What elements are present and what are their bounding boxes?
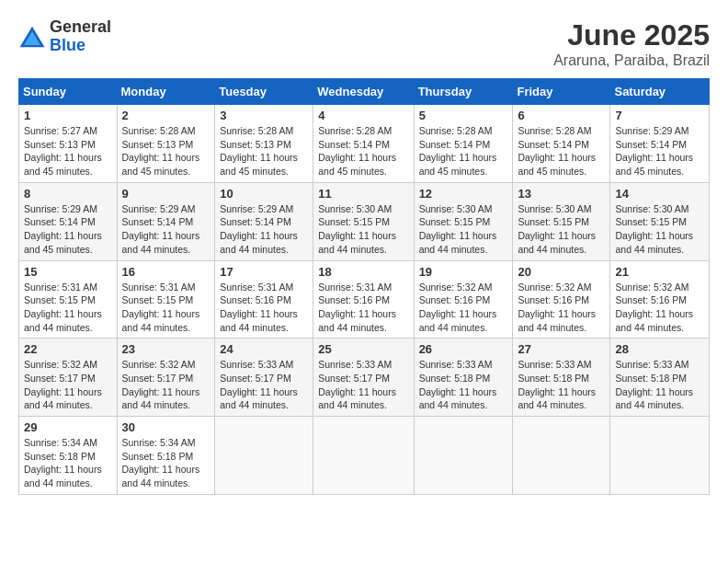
day-number: 21 [615,265,704,279]
day-info: Sunrise: 5:33 AM Sunset: 5:18 PM Dayligh… [615,358,704,412]
sunset-label: Sunset: 5:15 PM [419,216,491,227]
sunset-label: Sunset: 5:16 PM [518,294,589,305]
day-info: Sunrise: 5:31 AM Sunset: 5:15 PM Dayligh… [122,281,210,335]
page-header: General Blue June 2025 Araruna, Paraiba,… [18,18,710,69]
day-number: 17 [220,265,308,279]
sunrise-label: Sunrise: 5:32 AM [419,282,493,293]
day-number: 9 [122,187,210,201]
sunset-label: Sunset: 5:17 PM [122,373,194,384]
day-number: 27 [518,342,605,356]
week-row-5: 29 Sunrise: 5:34 AM Sunset: 5:18 PM Dayl… [19,417,710,495]
calendar-cell [215,417,313,495]
sunset-label: Sunset: 5:16 PM [220,294,291,305]
sunrise-label: Sunrise: 5:28 AM [318,125,392,136]
title-block: June 2025 Araruna, Paraiba, Brazil [553,18,710,69]
calendar-cell: 24 Sunrise: 5:33 AM Sunset: 5:17 PM Dayl… [215,339,313,417]
week-row-2: 8 Sunrise: 5:29 AM Sunset: 5:14 PM Dayli… [19,182,710,260]
sunset-label: Sunset: 5:17 PM [220,373,291,384]
sunrise-label: Sunrise: 5:34 AM [122,437,196,448]
daylight-label: Daylight: 11 hours and 44 minutes. [220,230,298,255]
day-number: 13 [518,187,605,201]
sunrise-label: Sunrise: 5:31 AM [122,282,196,293]
day-info: Sunrise: 5:27 AM Sunset: 5:13 PM Dayligh… [24,124,112,178]
day-number: 3 [220,109,308,122]
daylight-label: Daylight: 11 hours and 45 minutes. [122,152,200,177]
sunset-label: Sunset: 5:15 PM [24,294,96,305]
logo-text: General Blue [50,18,111,55]
header-saturday: Saturday [610,79,710,105]
calendar-cell: 2 Sunrise: 5:28 AM Sunset: 5:13 PM Dayli… [117,105,215,183]
sunrise-label: Sunrise: 5:30 AM [518,203,591,214]
daylight-label: Daylight: 11 hours and 45 minutes. [419,152,497,177]
sunrise-label: Sunrise: 5:34 AM [24,437,97,448]
sunset-label: Sunset: 5:18 PM [419,373,491,384]
day-number: 28 [615,342,704,356]
sunset-label: Sunset: 5:14 PM [518,139,589,150]
calendar-cell: 29 Sunrise: 5:34 AM Sunset: 5:18 PM Dayl… [19,417,118,495]
calendar-table: SundayMondayTuesdayWednesdayThursdayFrid… [18,78,710,495]
calendar-cell: 20 Sunrise: 5:32 AM Sunset: 5:16 PM Dayl… [513,260,610,339]
calendar-cell: 18 Sunrise: 5:31 AM Sunset: 5:16 PM Dayl… [313,260,414,339]
header-friday: Friday [513,79,610,105]
sunset-label: Sunset: 5:17 PM [318,373,390,384]
sunrise-label: Sunrise: 5:28 AM [220,125,293,136]
calendar-cell: 23 Sunrise: 5:32 AM Sunset: 5:17 PM Dayl… [117,339,215,417]
header-monday: Monday [117,79,215,105]
sunset-label: Sunset: 5:14 PM [220,216,291,227]
day-info: Sunrise: 5:28 AM Sunset: 5:13 PM Dayligh… [220,124,308,178]
day-number: 18 [318,265,408,279]
day-info: Sunrise: 5:29 AM Sunset: 5:14 PM Dayligh… [24,202,112,257]
day-info: Sunrise: 5:30 AM Sunset: 5:15 PM Dayligh… [518,202,605,257]
header-wednesday: Wednesday [313,79,414,105]
daylight-label: Daylight: 11 hours and 44 minutes. [24,308,102,333]
calendar-cell: 9 Sunrise: 5:29 AM Sunset: 5:14 PM Dayli… [117,182,215,260]
day-number: 20 [518,265,605,279]
day-info: Sunrise: 5:32 AM Sunset: 5:17 PM Dayligh… [122,358,210,412]
sunset-label: Sunset: 5:16 PM [615,294,687,305]
calendar-cell [610,417,710,495]
day-number: 16 [122,265,210,279]
day-info: Sunrise: 5:34 AM Sunset: 5:18 PM Dayligh… [24,436,112,490]
day-info: Sunrise: 5:31 AM Sunset: 5:15 PM Dayligh… [24,281,112,335]
calendar-cell: 13 Sunrise: 5:30 AM Sunset: 5:15 PM Dayl… [513,182,610,260]
calendar-cell: 16 Sunrise: 5:31 AM Sunset: 5:15 PM Dayl… [117,260,215,339]
day-info: Sunrise: 5:30 AM Sunset: 5:15 PM Dayligh… [615,202,704,257]
sunrise-label: Sunrise: 5:31 AM [318,282,392,293]
daylight-label: Daylight: 11 hours and 45 minutes. [318,152,396,177]
week-row-3: 15 Sunrise: 5:31 AM Sunset: 5:15 PM Dayl… [19,260,710,339]
sunrise-label: Sunrise: 5:29 AM [122,203,196,214]
day-number: 8 [24,187,112,201]
daylight-label: Daylight: 11 hours and 44 minutes. [518,386,596,411]
sunrise-label: Sunrise: 5:32 AM [24,359,97,370]
sunset-label: Sunset: 5:15 PM [318,216,390,227]
calendar-cell: 12 Sunrise: 5:30 AM Sunset: 5:15 PM Dayl… [414,182,513,260]
calendar-header-row: SundayMondayTuesdayWednesdayThursdayFrid… [19,79,710,105]
day-info: Sunrise: 5:29 AM Sunset: 5:14 PM Dayligh… [615,124,704,178]
calendar-cell: 17 Sunrise: 5:31 AM Sunset: 5:16 PM Dayl… [215,260,313,339]
calendar-cell: 22 Sunrise: 5:32 AM Sunset: 5:17 PM Dayl… [19,339,118,417]
month-title: June 2025 [553,18,710,52]
day-number: 30 [122,420,210,434]
calendar-cell: 26 Sunrise: 5:33 AM Sunset: 5:18 PM Dayl… [414,339,513,417]
calendar-cell: 7 Sunrise: 5:29 AM Sunset: 5:14 PM Dayli… [610,105,710,183]
sunset-label: Sunset: 5:17 PM [24,373,96,384]
sunset-label: Sunset: 5:13 PM [220,139,291,150]
day-info: Sunrise: 5:32 AM Sunset: 5:16 PM Dayligh… [518,281,605,335]
sunset-label: Sunset: 5:13 PM [24,139,96,150]
calendar-cell: 11 Sunrise: 5:30 AM Sunset: 5:15 PM Dayl… [313,182,414,260]
sunset-label: Sunset: 5:18 PM [122,451,194,462]
day-number: 5 [419,109,508,122]
calendar-cell [313,417,414,495]
daylight-label: Daylight: 11 hours and 45 minutes. [615,152,693,177]
daylight-label: Daylight: 11 hours and 44 minutes. [24,464,102,488]
calendar-cell [414,417,513,495]
sunrise-label: Sunrise: 5:30 AM [318,203,392,214]
day-number: 26 [419,342,508,356]
daylight-label: Daylight: 11 hours and 44 minutes. [615,308,693,333]
daylight-label: Daylight: 11 hours and 44 minutes. [122,308,200,333]
day-number: 24 [220,342,308,356]
day-info: Sunrise: 5:32 AM Sunset: 5:17 PM Dayligh… [24,358,112,412]
day-info: Sunrise: 5:33 AM Sunset: 5:17 PM Dayligh… [318,358,408,412]
day-info: Sunrise: 5:30 AM Sunset: 5:15 PM Dayligh… [419,202,508,257]
daylight-label: Daylight: 11 hours and 44 minutes. [24,386,102,411]
